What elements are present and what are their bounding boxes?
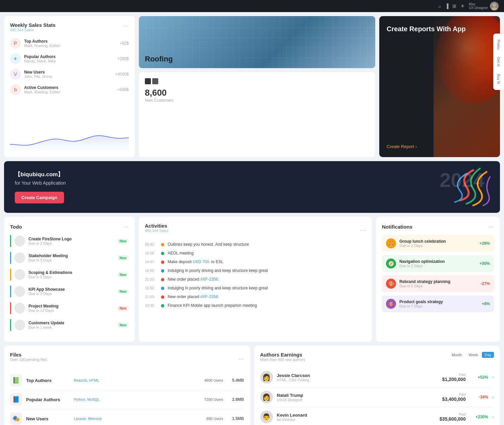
act-link-3[interactable]: USD 700. <box>193 259 210 264</box>
author-amount-kevin: $35,600,000 <box>440 416 466 422</box>
top-authors-info: Top Authors Mark, Rowling, Esther <box>24 39 116 48</box>
todo-item-customers: Customers Update Due in 1 week New <box>10 319 129 331</box>
file-users-2: 7200 Users <box>197 397 223 402</box>
file-size-1: 5.4MB <box>227 378 244 383</box>
activity-item-5: 21:03 New order placed #XF-2356. <box>145 277 366 282</box>
activities-subtitle: 890,344 Sales <box>145 229 168 233</box>
file-item-top-authors: 📗 Top Authors ReactJs, HTML 4600 Users 5… <box>10 371 244 390</box>
active-customers-names: Mark, Rowling, Esther <box>24 90 114 94</box>
todo-badge-4: New <box>117 289 129 294</box>
arrow-right-icon-natali[interactable]: › <box>492 394 494 400</box>
sidebar-right-item-1[interactable]: Prebu <box>495 37 502 52</box>
arrow-right-icon-kevin[interactable]: › <box>492 414 494 420</box>
arrow-right-icon: › <box>415 144 417 149</box>
todo-name-5: Project Meeting <box>29 304 114 309</box>
svg-point-1 <box>492 7 497 10</box>
act-dot-2 <box>161 252 164 255</box>
roofing-title: Roofing <box>139 50 179 68</box>
todo-bar-2 <box>10 252 11 264</box>
todo-due-6: Due in 1 week <box>29 325 114 329</box>
create-reports-card: Create Reports With App Create Report › <box>379 16 500 157</box>
avatar[interactable] <box>490 2 499 10</box>
todo-info-6: Customers Update Due in 1 week <box>29 321 114 329</box>
authors-earnings-card: Authors Earnings More than 400 new autho… <box>254 346 500 425</box>
todo-name-3: Scoping & Estimations <box>29 270 114 275</box>
sales-item-top-authors: P Top Authors Mark, Rowling, Esther +82$ <box>10 38 129 49</box>
notif-info-3: Rebrand strategy planning Due in 5 Days <box>399 279 477 288</box>
activities-menu[interactable]: ⋯ <box>360 227 366 234</box>
act-time-6: 16:50 <box>145 286 158 290</box>
create-reports-title: Create Reports With App <box>387 24 493 34</box>
file-size-2: 2.8MB <box>227 397 244 402</box>
todo-name-4: KPI App Showcase <box>29 287 114 292</box>
todo-avatar-2 <box>14 252 25 263</box>
act-time-8: 10:30 <box>145 303 158 308</box>
notifications-menu[interactable]: ⋯ <box>488 223 494 230</box>
brightness-icon[interactable]: ☀ <box>460 3 465 9</box>
act-time-3: 14:37 <box>145 260 158 264</box>
top-authors-value: +82$ <box>120 41 129 46</box>
arrow-right-icon-jessie[interactable]: › <box>492 374 494 380</box>
new-customers-number: 8,600 <box>145 88 369 98</box>
todo-avatar-4 <box>14 286 25 297</box>
author-role-natali: UI/UX Designer <box>277 398 438 402</box>
todo-info-4: KPI App Showcase Due in 2 Days <box>29 287 114 296</box>
notif-value-1: +28% <box>480 241 490 246</box>
active-customers-info: Active Customers Mark, Rowling, Esther <box>24 85 114 94</box>
activity-item-4: 16:50 Indulging in poorly driving and ke… <box>145 268 366 273</box>
file-label-1: Top Authors <box>26 378 70 383</box>
todo-name-6: Customers Update <box>29 321 114 325</box>
file-icon-1: 📗 <box>10 374 22 386</box>
act-time-2: 10:00 <box>145 251 158 255</box>
user-profile[interactable]: Max UX Designer <box>469 2 499 10</box>
row4: Files Over 100 pending files ⋯ 📗 Top Aut… <box>4 346 500 425</box>
search-icon[interactable]: ⌕ <box>438 3 441 9</box>
create-campaign-button[interactable]: Create Campaign <box>15 192 64 203</box>
campaign-text: 【biqubiqu.com】 for Your Web Application … <box>15 171 489 203</box>
sidebar-right-item-3[interactable]: Buy N <box>495 71 502 87</box>
todo-avatar-5 <box>14 303 25 314</box>
weekly-sales-subtitle: 890,344 Sales <box>10 28 56 32</box>
nc-icons <box>145 78 369 84</box>
act-text-1: Outlines keep you honest. And keep struc… <box>168 242 366 247</box>
activity-item-8: 10:30 Finance KPI Mobile app launch prep… <box>145 303 366 308</box>
act-link-5[interactable]: #XF-2356. <box>200 277 219 282</box>
nc-square-dark <box>145 78 151 84</box>
activity-item-2: 10:00 AEOL meeting <box>145 251 366 255</box>
act-text-5: New order placed #XF-2356. <box>168 277 366 282</box>
new-users-value: +4500$ <box>115 72 129 77</box>
author-change-kevin: +230% <box>470 415 488 419</box>
author-paid-label-jessie: Paid <box>442 373 466 377</box>
popular-authors-icon: ✈ <box>10 53 21 64</box>
todo-menu[interactable]: ⋯ <box>123 223 129 230</box>
author-name-kevin: Kevin Leonard <box>277 413 436 418</box>
file-tech-1: ReactJs, HTML <box>74 378 192 382</box>
author-role-jessie: HTML, CSS Coding <box>277 378 438 382</box>
files-menu[interactable]: ⋯ <box>238 356 244 363</box>
grid-icon[interactable]: ⊞ <box>452 3 456 9</box>
nc-square-mid <box>152 78 158 84</box>
author-earnings-natali: Paid $3,400,000 <box>442 393 466 402</box>
top-authors-label: Top Authors <box>24 39 116 44</box>
act-text-7: New order placed #XF-2356. <box>168 294 366 299</box>
file-item-new-users: 🎭 New Users Laravel, Metronic 890 Users … <box>10 409 244 425</box>
notif-value-3: -27% <box>481 281 490 286</box>
author-change-jessie: +52% <box>470 375 488 380</box>
notif-item-4: 🎯 Product goals strategy Due in 7 Days +… <box>382 295 494 312</box>
author-item-jessie: 👩 Jessie Clarcson HTML, CSS Coding Paid … <box>260 368 494 387</box>
sidebar-right-item-2[interactable]: Get H <box>495 54 502 69</box>
create-report-link[interactable]: Create Report › <box>387 144 493 149</box>
author-item-kevin: 👨 Kevin Leonard Art Director Paid $35,60… <box>260 407 494 425</box>
act-text-8: Finance KPI Mobile app launch preparion … <box>168 303 366 308</box>
period-tab-month[interactable]: Month <box>449 352 465 358</box>
popular-authors-value: +280$ <box>117 56 129 61</box>
new-users-info: New Users John, Pat, Jimmy <box>24 70 112 79</box>
act-dot-6 <box>161 287 164 290</box>
active-customers-icon: b <box>10 84 21 95</box>
todo-due-4: Due in 2 Days <box>29 292 114 296</box>
weekly-sales-menu[interactable]: ⋯ <box>123 22 129 30</box>
act-link-7[interactable]: #XF-2356. <box>200 294 219 299</box>
notif-due-2: Due in 2 Days <box>399 264 476 268</box>
period-tab-week[interactable]: Week <box>466 352 481 358</box>
period-tab-day[interactable]: Day <box>482 352 494 358</box>
